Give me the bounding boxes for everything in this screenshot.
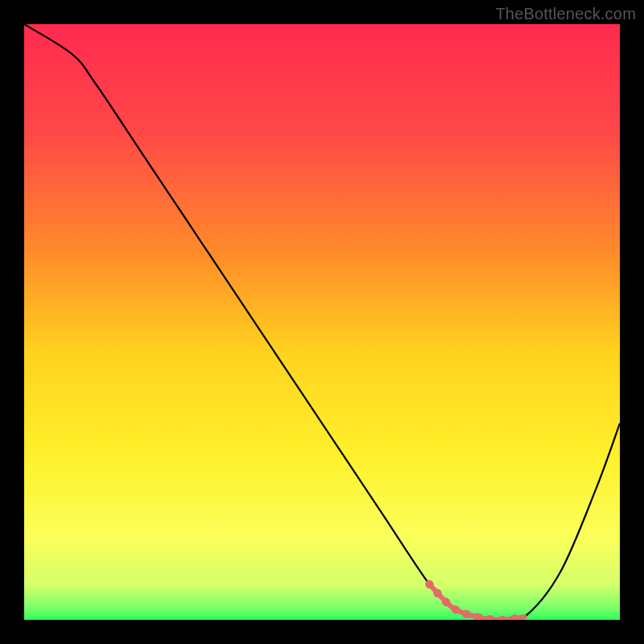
chart-frame: TheBottleneck.com: [0, 0, 644, 644]
watermark-text: TheBottleneck.com: [495, 5, 636, 23]
gradient-background: [24, 24, 620, 620]
chart-plot: [24, 24, 620, 620]
chart-svg: [24, 24, 620, 620]
